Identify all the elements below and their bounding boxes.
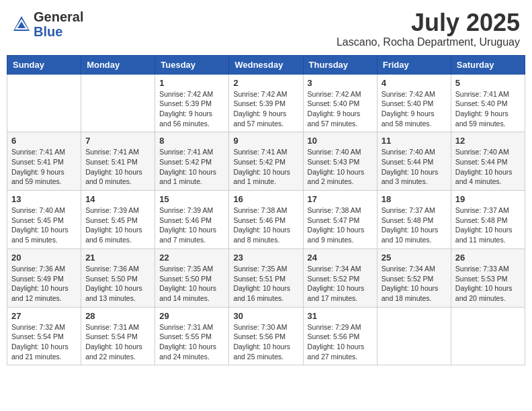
calendar-cell: 17Sunrise: 7:38 AMSunset: 5:47 PMDayligh…: [303, 191, 377, 249]
calendar-cell: 19Sunrise: 7:37 AMSunset: 5:48 PMDayligh…: [451, 191, 525, 249]
calendar-cell: 29Sunrise: 7:31 AMSunset: 5:55 PMDayligh…: [155, 307, 229, 365]
day-info: Sunrise: 7:40 AMSunset: 5:45 PMDaylight:…: [11, 205, 77, 245]
day-info: Sunrise: 7:31 AMSunset: 5:55 PMDaylight:…: [159, 322, 224, 362]
calendar-cell: 11Sunrise: 7:40 AMSunset: 5:44 PMDayligh…: [377, 132, 451, 191]
calendar-cell: 5Sunrise: 7:41 AMSunset: 5:40 PMDaylight…: [451, 74, 525, 132]
day-number: 21: [85, 253, 150, 263]
day-info: Sunrise: 7:42 AMSunset: 5:39 PMDaylight:…: [233, 89, 298, 129]
day-info: Sunrise: 7:38 AMSunset: 5:46 PMDaylight:…: [233, 205, 298, 245]
calendar-day-header: Thursday: [303, 55, 377, 74]
calendar-week-row: 20Sunrise: 7:36 AMSunset: 5:49 PMDayligh…: [7, 248, 525, 307]
day-info: Sunrise: 7:31 AMSunset: 5:54 PMDaylight:…: [85, 322, 150, 362]
day-number: 16: [233, 194, 298, 204]
day-info: Sunrise: 7:30 AMSunset: 5:56 PMDaylight:…: [233, 322, 298, 362]
day-number: 22: [159, 253, 224, 263]
day-info: Sunrise: 7:32 AMSunset: 5:54 PMDaylight:…: [11, 322, 77, 362]
calendar-cell: 18Sunrise: 7:37 AMSunset: 5:48 PMDayligh…: [377, 191, 451, 249]
calendar-day-header: Wednesday: [229, 55, 303, 74]
calendar-day-header: Saturday: [451, 55, 525, 74]
day-number: 1: [159, 78, 224, 88]
calendar-cell: 20Sunrise: 7:36 AMSunset: 5:49 PMDayligh…: [7, 248, 81, 307]
calendar-cell: 7Sunrise: 7:41 AMSunset: 5:41 PMDaylight…: [81, 132, 155, 191]
day-info: Sunrise: 7:42 AMSunset: 5:40 PMDaylight:…: [382, 89, 447, 129]
calendar-cell: [7, 74, 81, 132]
logo-icon: [12, 15, 31, 34]
day-info: Sunrise: 7:42 AMSunset: 5:40 PMDaylight:…: [308, 89, 373, 129]
day-number: 10: [308, 136, 373, 146]
day-info: Sunrise: 7:35 AMSunset: 5:51 PMDaylight:…: [233, 264, 298, 304]
day-info: Sunrise: 7:40 AMSunset: 5:43 PMDaylight:…: [308, 147, 373, 187]
day-number: 6: [11, 136, 77, 146]
calendar-table: SundayMondayTuesdayWednesdayThursdayFrid…: [7, 55, 525, 366]
day-info: Sunrise: 7:36 AMSunset: 5:50 PMDaylight:…: [85, 264, 150, 304]
day-number: 23: [233, 253, 298, 263]
title-block: July 2025 Lascano, Rocha Department, Uru…: [337, 9, 520, 48]
calendar-cell: 26Sunrise: 7:33 AMSunset: 5:53 PMDayligh…: [451, 248, 525, 307]
day-info: Sunrise: 7:37 AMSunset: 5:48 PMDaylight:…: [455, 205, 521, 245]
calendar-cell: 8Sunrise: 7:41 AMSunset: 5:42 PMDaylight…: [155, 132, 229, 191]
calendar-cell: 10Sunrise: 7:40 AMSunset: 5:43 PMDayligh…: [303, 132, 377, 191]
location-title: Lascano, Rocha Department, Uruguay: [337, 36, 520, 48]
month-title: July 2025: [337, 9, 520, 36]
calendar-cell: 22Sunrise: 7:35 AMSunset: 5:50 PMDayligh…: [155, 248, 229, 307]
logo-blue-text: Blue: [34, 24, 83, 39]
calendar-week-row: 27Sunrise: 7:32 AMSunset: 5:54 PMDayligh…: [7, 307, 525, 365]
day-number: 27: [11, 311, 77, 321]
day-number: 4: [382, 78, 447, 88]
calendar-cell: 4Sunrise: 7:42 AMSunset: 5:40 PMDaylight…: [377, 74, 451, 132]
day-info: Sunrise: 7:36 AMSunset: 5:49 PMDaylight:…: [11, 264, 77, 304]
calendar-cell: 9Sunrise: 7:41 AMSunset: 5:42 PMDaylight…: [229, 132, 303, 191]
day-info: Sunrise: 7:37 AMSunset: 5:48 PMDaylight:…: [382, 205, 447, 245]
day-number: 5: [455, 78, 521, 88]
day-number: 29: [159, 311, 224, 321]
day-number: 7: [85, 136, 150, 146]
calendar-cell: 23Sunrise: 7:35 AMSunset: 5:51 PMDayligh…: [229, 248, 303, 307]
day-number: 2: [233, 78, 298, 88]
calendar-cell: 27Sunrise: 7:32 AMSunset: 5:54 PMDayligh…: [7, 307, 81, 365]
day-info: Sunrise: 7:41 AMSunset: 5:42 PMDaylight:…: [233, 147, 298, 187]
calendar-cell: [377, 307, 451, 365]
calendar-cell: 30Sunrise: 7:30 AMSunset: 5:56 PMDayligh…: [229, 307, 303, 365]
calendar-cell: 12Sunrise: 7:40 AMSunset: 5:44 PMDayligh…: [451, 132, 525, 191]
calendar-cell: 24Sunrise: 7:34 AMSunset: 5:52 PMDayligh…: [303, 248, 377, 307]
calendar-day-header: Sunday: [7, 55, 81, 74]
day-info: Sunrise: 7:39 AMSunset: 5:46 PMDaylight:…: [159, 205, 224, 245]
day-number: 25: [382, 253, 447, 263]
calendar-cell: 28Sunrise: 7:31 AMSunset: 5:54 PMDayligh…: [81, 307, 155, 365]
day-number: 20: [11, 253, 77, 263]
calendar-cell: 13Sunrise: 7:40 AMSunset: 5:45 PMDayligh…: [7, 191, 81, 249]
day-info: Sunrise: 7:41 AMSunset: 5:40 PMDaylight:…: [455, 89, 521, 129]
day-number: 14: [85, 194, 150, 204]
calendar-header-row: SundayMondayTuesdayWednesdayThursdayFrid…: [7, 55, 525, 74]
calendar-week-row: 13Sunrise: 7:40 AMSunset: 5:45 PMDayligh…: [7, 191, 525, 249]
logo-general-text: General: [34, 9, 83, 24]
day-info: Sunrise: 7:41 AMSunset: 5:42 PMDaylight:…: [159, 147, 224, 187]
calendar-week-row: 6Sunrise: 7:41 AMSunset: 5:41 PMDaylight…: [7, 132, 525, 191]
calendar-cell: 3Sunrise: 7:42 AMSunset: 5:40 PMDaylight…: [303, 74, 377, 132]
calendar-cell: 25Sunrise: 7:34 AMSunset: 5:52 PMDayligh…: [377, 248, 451, 307]
calendar-day-header: Tuesday: [155, 55, 229, 74]
logo-text: General Blue: [34, 9, 83, 39]
day-info: Sunrise: 7:35 AMSunset: 5:50 PMDaylight:…: [159, 264, 224, 304]
day-info: Sunrise: 7:38 AMSunset: 5:47 PMDaylight:…: [308, 205, 373, 245]
calendar-cell: 15Sunrise: 7:39 AMSunset: 5:46 PMDayligh…: [155, 191, 229, 249]
calendar-week-row: 1Sunrise: 7:42 AMSunset: 5:39 PMDaylight…: [7, 74, 525, 132]
day-number: 17: [308, 194, 373, 204]
calendar-cell: 2Sunrise: 7:42 AMSunset: 5:39 PMDaylight…: [229, 74, 303, 132]
day-info: Sunrise: 7:40 AMSunset: 5:44 PMDaylight:…: [382, 147, 447, 187]
day-number: 8: [159, 136, 224, 146]
day-number: 18: [382, 194, 447, 204]
calendar-cell: 21Sunrise: 7:36 AMSunset: 5:50 PMDayligh…: [81, 248, 155, 307]
calendar-cell: [451, 307, 525, 365]
day-info: Sunrise: 7:39 AMSunset: 5:45 PMDaylight:…: [85, 205, 150, 245]
day-number: 15: [159, 194, 224, 204]
day-number: 9: [233, 136, 298, 146]
calendar-day-header: Friday: [377, 55, 451, 74]
day-number: 26: [455, 253, 521, 263]
logo: General Blue: [12, 9, 83, 39]
day-info: Sunrise: 7:40 AMSunset: 5:44 PMDaylight:…: [455, 147, 521, 187]
day-number: 3: [308, 78, 373, 88]
calendar-cell: 1Sunrise: 7:42 AMSunset: 5:39 PMDaylight…: [155, 74, 229, 132]
day-info: Sunrise: 7:41 AMSunset: 5:41 PMDaylight:…: [85, 147, 150, 187]
day-info: Sunrise: 7:34 AMSunset: 5:52 PMDaylight:…: [308, 264, 373, 304]
